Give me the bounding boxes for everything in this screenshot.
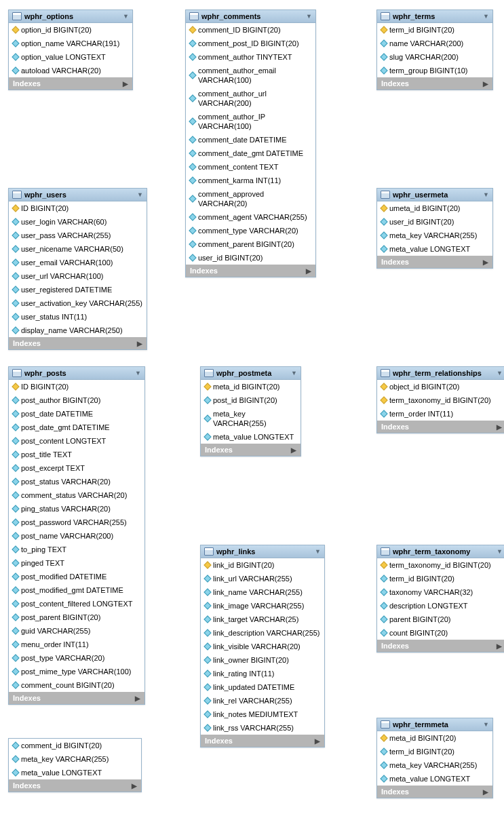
column-row[interactable]: term_id BIGINT(20) <box>377 745 492 758</box>
column-row[interactable]: object_id BIGINT(20) <box>377 380 504 393</box>
column-row[interactable]: meta_key VARCHAR(255) <box>201 407 301 430</box>
column-row[interactable]: meta_value LONGTEXT <box>201 430 301 444</box>
column-row[interactable]: name VARCHAR(200) <box>377 37 492 50</box>
column-row[interactable]: comment_id BIGINT(20) <box>9 739 141 752</box>
column-row[interactable]: description LONGTEXT <box>377 599 504 613</box>
column-row[interactable]: link_url VARCHAR(255) <box>201 572 324 585</box>
column-row[interactable]: umeta_id BIGINT(20) <box>377 201 492 215</box>
column-row[interactable]: post_mime_type VARCHAR(100) <box>9 665 144 678</box>
column-row[interactable]: comment_parent BIGINT(20) <box>186 237 315 251</box>
column-row[interactable]: term_id BIGINT(20) <box>377 23 492 37</box>
column-row[interactable]: pinged TEXT <box>9 556 144 570</box>
column-row[interactable]: display_name VARCHAR(250) <box>9 324 147 337</box>
indexes-header[interactable]: Indexes▶ <box>377 256 492 268</box>
collapse-icon[interactable]: ▼ <box>497 548 503 555</box>
column-row[interactable]: autoload VARCHAR(20) <box>9 64 132 77</box>
column-row[interactable]: user_login VARCHAR(60) <box>9 215 147 229</box>
collapse-icon[interactable]: ▼ <box>123 13 129 20</box>
column-row[interactable]: parent BIGINT(20) <box>377 613 504 626</box>
indexes-header[interactable]: Indexes▶ <box>201 444 301 456</box>
column-row[interactable]: post_content_filtered LONGTEXT <box>9 597 144 610</box>
column-row[interactable]: link_visible VARCHAR(20) <box>201 640 324 653</box>
column-row[interactable]: slug VARCHAR(200) <box>377 50 492 64</box>
column-row[interactable]: comment_count BIGINT(20) <box>9 678 144 692</box>
indexes-header[interactable]: Indexes▶ <box>9 779 141 792</box>
column-row[interactable]: meta_id BIGINT(20) <box>201 380 301 393</box>
table-header[interactable]: wphr_options▼ <box>9 10 132 23</box>
table-header[interactable]: wphr_terms▼ <box>377 10 492 23</box>
indexes-header[interactable]: Indexes▶ <box>9 77 132 90</box>
column-row[interactable]: link_description VARCHAR(255) <box>201 626 324 640</box>
table-header[interactable]: wphr_comments▼ <box>186 10 315 23</box>
column-row[interactable]: term_taxonomy_id BIGINT(20) <box>377 558 504 572</box>
expand-icon[interactable]: ▶ <box>483 80 488 88</box>
column-row[interactable]: comment_author TINYTEXT <box>186 50 315 64</box>
indexes-header[interactable]: Indexes▶ <box>377 640 504 652</box>
collapse-icon[interactable]: ▼ <box>483 721 489 728</box>
collapse-icon[interactable]: ▼ <box>315 548 321 555</box>
column-row[interactable]: post_type VARCHAR(20) <box>9 651 144 665</box>
table-header[interactable]: wphr_usermeta▼ <box>377 189 492 201</box>
column-row[interactable]: link_updated DATETIME <box>201 680 324 694</box>
column-row[interactable]: link_name VARCHAR(255) <box>201 585 324 599</box>
expand-icon[interactable]: ▶ <box>483 258 488 266</box>
column-row[interactable]: term_taxonomy_id BIGINT(20) <box>377 393 504 407</box>
column-row[interactable]: link_owner BIGINT(20) <box>201 653 324 667</box>
column-row[interactable]: post_name VARCHAR(200) <box>9 529 144 543</box>
column-row[interactable]: ID BIGINT(20) <box>9 380 144 393</box>
column-row[interactable]: option_id BIGINT(20) <box>9 23 132 37</box>
column-row[interactable]: post_modified_gmt DATETIME <box>9 583 144 597</box>
column-row[interactable]: meta_key VARCHAR(255) <box>377 758 492 772</box>
column-row[interactable]: link_image VARCHAR(255) <box>201 599 324 613</box>
column-row[interactable]: meta_value LONGTEXT <box>9 766 141 779</box>
column-row[interactable]: user_url VARCHAR(100) <box>9 269 147 283</box>
column-row[interactable]: post_title TEXT <box>9 448 144 461</box>
column-row[interactable]: user_pass VARCHAR(255) <box>9 229 147 242</box>
expand-icon[interactable]: ▶ <box>315 737 320 745</box>
column-row[interactable]: post_parent BIGINT(20) <box>9 610 144 624</box>
expand-icon[interactable]: ▶ <box>483 788 488 796</box>
expand-icon[interactable]: ▶ <box>132 782 137 790</box>
column-row[interactable]: comment_ID BIGINT(20) <box>186 23 315 37</box>
column-row[interactable]: term_order INT(11) <box>377 407 504 421</box>
collapse-icon[interactable]: ▼ <box>497 370 503 376</box>
column-row[interactable]: ID BIGINT(20) <box>9 201 147 215</box>
collapse-icon[interactable]: ▼ <box>135 370 141 376</box>
column-row[interactable]: comment_author_email VARCHAR(100) <box>186 64 315 87</box>
column-row[interactable]: user_nicename VARCHAR(50) <box>9 242 147 256</box>
column-row[interactable]: meta_value LONGTEXT <box>377 772 492 786</box>
column-row[interactable]: option_name VARCHAR(191) <box>9 37 132 50</box>
column-row[interactable]: comment_date_gmt DATETIME <box>186 147 315 160</box>
column-row[interactable]: post_status VARCHAR(20) <box>9 475 144 488</box>
column-row[interactable]: comment_author_url VARCHAR(200) <box>186 87 315 110</box>
column-row[interactable]: post_author BIGINT(20) <box>9 393 144 407</box>
column-row[interactable]: taxonomy VARCHAR(32) <box>377 585 504 599</box>
column-row[interactable]: link_id BIGINT(20) <box>201 558 324 572</box>
column-row[interactable]: user_id BIGINT(20) <box>377 215 492 229</box>
expand-icon[interactable]: ▶ <box>123 80 128 88</box>
table-header[interactable]: wphr_term_relationships▼ <box>377 367 504 380</box>
column-row[interactable]: comment_type VARCHAR(20) <box>186 224 315 237</box>
column-row[interactable]: guid VARCHAR(255) <box>9 624 144 638</box>
column-row[interactable]: option_value LONGTEXT <box>9 50 132 64</box>
column-row[interactable]: comment_post_ID BIGINT(20) <box>186 37 315 50</box>
column-row[interactable]: post_modified DATETIME <box>9 570 144 583</box>
indexes-header[interactable]: Indexes▶ <box>201 735 324 747</box>
indexes-header[interactable]: Indexes▶ <box>377 421 504 433</box>
column-row[interactable]: meta_id BIGINT(20) <box>377 731 492 745</box>
column-row[interactable]: to_ping TEXT <box>9 543 144 556</box>
column-row[interactable]: post_excerpt TEXT <box>9 461 144 475</box>
column-row[interactable]: link_rel VARCHAR(255) <box>201 694 324 708</box>
column-row[interactable]: link_rss VARCHAR(255) <box>201 721 324 735</box>
column-row[interactable]: menu_order INT(11) <box>9 638 144 651</box>
collapse-icon[interactable]: ▼ <box>306 13 312 20</box>
column-row[interactable]: comment_date DATETIME <box>186 133 315 147</box>
column-row[interactable]: meta_key VARCHAR(255) <box>377 229 492 242</box>
column-row[interactable]: user_id BIGINT(20) <box>186 251 315 265</box>
indexes-header[interactable]: Indexes▶ <box>186 265 315 277</box>
column-row[interactable]: ping_status VARCHAR(20) <box>9 502 144 516</box>
expand-icon[interactable]: ▶ <box>306 267 311 275</box>
table-header[interactable]: wphr_postmeta▼ <box>201 367 301 380</box>
column-row[interactable]: link_notes MEDIUMTEXT <box>201 708 324 721</box>
collapse-icon[interactable]: ▼ <box>483 191 489 198</box>
